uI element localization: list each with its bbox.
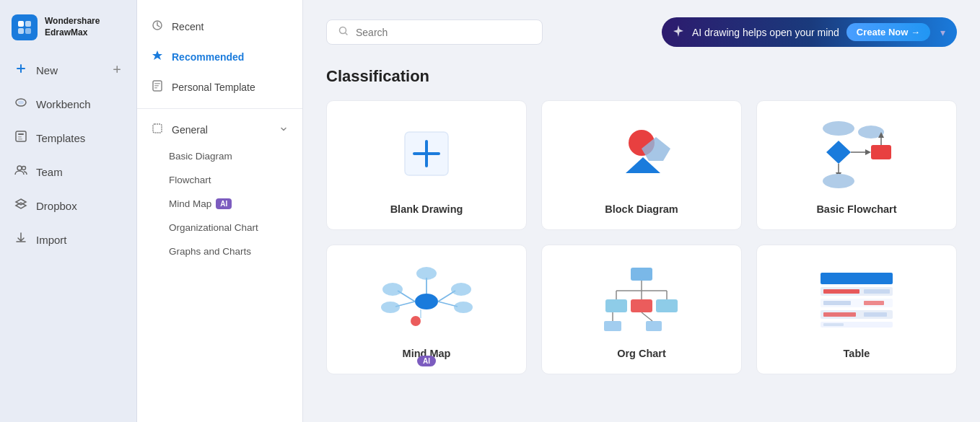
svg-rect-75	[864, 301, 884, 305]
mind-map-ai-badge: AI	[216, 198, 232, 209]
app-name: Wondershare EdrawMax	[45, 16, 100, 38]
svg-point-51	[454, 302, 473, 313]
svg-rect-78	[864, 312, 887, 317]
svg-point-45	[382, 283, 403, 296]
svg-marker-16	[16, 199, 26, 205]
svg-rect-0	[18, 21, 24, 27]
block-diagram-image	[556, 115, 727, 192]
card-table[interactable]: Table	[756, 245, 957, 374]
svg-rect-1	[25, 21, 31, 27]
svg-rect-71	[823, 289, 859, 294]
recent-icon	[152, 19, 163, 34]
card-org-chart[interactable]: Org Chart	[541, 245, 742, 374]
ai-sparkle-icon	[672, 25, 685, 40]
top-bar: AI drawing helps open your mind Create N…	[326, 17, 957, 47]
svg-marker-35	[865, 149, 871, 155]
svg-rect-12	[18, 136, 22, 138]
page-title: Classification	[326, 67, 957, 86]
svg-rect-21	[154, 83, 160, 84]
personal-template-icon	[152, 80, 163, 94]
sub-graphs[interactable]: Graphs and Charts	[137, 239, 302, 263]
svg-point-49	[451, 283, 471, 296]
svg-rect-24	[153, 124, 162, 133]
logo-area: Wondershare EdrawMax	[0, 9, 136, 55]
svg-rect-36	[871, 145, 891, 159]
svg-rect-62	[631, 299, 652, 312]
svg-marker-33	[826, 141, 851, 164]
svg-point-47	[381, 302, 400, 313]
general-section-header[interactable]: General	[137, 115, 302, 144]
templates-icon	[14, 130, 27, 146]
svg-rect-69	[821, 273, 893, 284]
panel-divider	[137, 108, 302, 109]
svg-point-39	[823, 174, 854, 188]
svg-rect-60	[605, 299, 627, 312]
sub-mind-map[interactable]: Mind Map AI	[137, 192, 302, 216]
svg-point-9	[18, 101, 24, 105]
svg-point-54	[411, 316, 421, 326]
search-box[interactable]	[326, 19, 543, 45]
blank-drawing-image	[341, 115, 512, 192]
svg-rect-7	[117, 66, 118, 73]
svg-rect-22	[154, 85, 159, 87]
svg-rect-13	[18, 139, 22, 140]
svg-point-14	[17, 166, 22, 170]
sub-basic-diagram[interactable]: Basic Diagram	[137, 144, 302, 168]
svg-rect-66	[604, 321, 621, 331]
create-now-button[interactable]: Create Now →	[846, 23, 930, 41]
sidebar-item-dropbox[interactable]: Dropbox	[6, 190, 131, 221]
mid-item-recent[interactable]: Recent	[137, 12, 302, 42]
sidebar-nav: New Workbench Templates Team	[0, 55, 136, 255]
svg-rect-56	[631, 268, 652, 281]
card-mind-map[interactable]: Mind Map AI	[326, 245, 527, 374]
search-input[interactable]	[356, 27, 530, 38]
recommended-icon	[152, 50, 163, 64]
general-chevron-icon	[279, 124, 288, 136]
table-image	[771, 260, 942, 336]
new-plus-icon[interactable]	[112, 63, 122, 78]
team-icon	[14, 164, 27, 180]
sub-org-chart[interactable]: Organizational Chart	[137, 216, 302, 239]
svg-rect-74	[823, 301, 851, 305]
svg-rect-3	[25, 28, 31, 34]
import-icon	[14, 232, 27, 248]
main-content: AI drawing helps open your mind Create N…	[303, 0, 980, 422]
svg-point-53	[416, 267, 437, 280]
dropbox-icon	[14, 198, 27, 214]
search-icon	[338, 26, 349, 38]
svg-rect-2	[18, 28, 24, 34]
workbench-icon	[14, 96, 27, 113]
svg-point-32	[823, 121, 854, 136]
mind-map-image	[341, 260, 512, 336]
new-icon	[14, 62, 27, 79]
card-block-diagram[interactable]: Block Diagram	[541, 100, 742, 230]
sub-flowchart[interactable]: Flowchart	[137, 168, 302, 192]
svg-rect-68	[646, 321, 662, 331]
general-icon	[152, 123, 163, 136]
svg-rect-23	[154, 87, 157, 89]
card-blank-drawing[interactable]: Blank Drawing	[326, 100, 527, 230]
sidebar-item-workbench[interactable]: Workbench	[6, 89, 131, 120]
svg-marker-17	[16, 203, 26, 208]
svg-marker-19	[152, 50, 162, 60]
sidebar-item-new[interactable]: New	[6, 55, 131, 86]
svg-rect-5	[20, 64, 22, 73]
sidebar-item-team[interactable]: Team	[6, 157, 131, 188]
svg-rect-64	[656, 299, 678, 312]
banner-dropdown-icon[interactable]: ▾	[940, 27, 945, 38]
org-chart-image	[556, 260, 727, 336]
sidebar: Wondershare EdrawMax New Workbench Templ…	[0, 0, 137, 422]
flowchart-image	[771, 115, 942, 192]
svg-rect-77	[823, 312, 856, 317]
card-basic-flowchart[interactable]: Basic Flowchart	[756, 100, 957, 230]
sidebar-item-templates[interactable]: Templates	[6, 123, 131, 154]
mind-map-card-ai-badge: AI	[417, 356, 436, 366]
mid-item-recommended[interactable]: Recommended	[137, 42, 302, 72]
sidebar-item-import[interactable]: Import	[6, 224, 131, 255]
mid-item-personal[interactable]: Personal Template	[137, 72, 302, 102]
svg-rect-11	[18, 133, 24, 135]
svg-rect-80	[823, 323, 844, 326]
svg-point-43	[415, 294, 438, 309]
ai-banner[interactable]: AI drawing helps open your mind Create N…	[662, 17, 957, 47]
app-logo-icon	[12, 14, 38, 40]
